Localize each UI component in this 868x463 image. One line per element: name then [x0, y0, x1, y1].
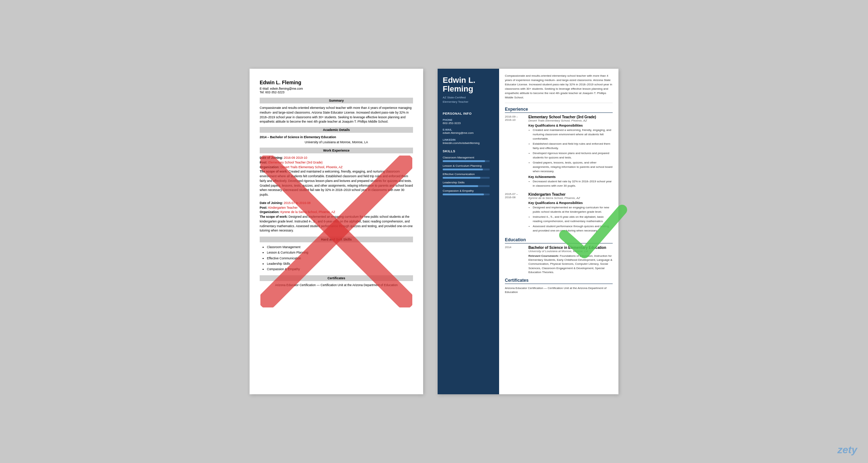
academic-header: Academic Details	[260, 127, 413, 133]
work-entry-1: Date of Joining: 2016-09 2019-10 Post: E…	[260, 156, 413, 197]
resume-sidebar: Edwin L. Fleming AZ State-CertifiedEleme…	[438, 69, 499, 394]
skill-3: Effective Communication	[438, 171, 499, 179]
linkedin-item: LinkedIn linkedin.com/in/edwinfleming	[438, 137, 499, 146]
summary-text: Compassionate and results-oriented eleme…	[260, 106, 413, 124]
sidebar-name-area: Edwin L. Fleming AZ State-CertifiedEleme…	[438, 69, 499, 109]
resume-main-content: Compassionate and results-oriented eleme…	[499, 69, 618, 394]
education-entry: 2014 – Bachelor of Science in Elementary…	[260, 135, 413, 145]
skill-1: Classroom Management	[438, 154, 499, 163]
exp2-bullets: Designed and implemented an engaging cur…	[533, 205, 613, 233]
personal-info-title: Personal Info	[438, 109, 499, 117]
left-name: Edwin L. Fleming	[260, 80, 413, 85]
sidebar-first-name: Edwin L.	[443, 76, 494, 85]
exp1-achievements: Decreased student fail rate by 32% in 20…	[533, 179, 613, 188]
education-heading: Education	[505, 237, 613, 243]
exp-entry-1: 2016-09 –2019-10 Elementary School Teach…	[505, 115, 613, 189]
email-item: E-mail edwin.fleming@me.com	[438, 127, 499, 136]
skill-4: Leadership Skills	[438, 179, 499, 188]
exp1-bullets: Created and maintained a welcoming, frie…	[533, 128, 613, 174]
cert-text: Arizona Educator Certification — Certifi…	[260, 283, 413, 287]
skills-list: Classroom Management Lesson & Curriculum…	[267, 245, 413, 272]
work-entry-2: Date of Joining: 2015-07 to 2016-08 Post…	[260, 201, 413, 233]
skill-5: Compassion & Empathy	[438, 188, 499, 196]
skills-header: Hard and Soft Skills	[260, 237, 413, 242]
experience-heading: Experience	[505, 107, 613, 113]
certificates-heading: Certificates	[505, 278, 613, 284]
work-header: Work Experience	[260, 148, 413, 153]
certs-right: Arizona Educator Certification — Certifi…	[505, 286, 613, 294]
sidebar-last-name: Fleming	[443, 85, 494, 93]
sidebar-tagline: AZ State-CertifiedElementary Teacher	[443, 95, 494, 103]
left-resume: Edwin L. Fleming E-Mail: edwin.fleming@m…	[250, 69, 423, 394]
zety-logo: zety	[838, 444, 857, 456]
certs-header: Certificates	[260, 275, 413, 281]
edu-entry-1: 2014 Bachelor of Science in Elementary E…	[505, 246, 613, 274]
summary-header: Summary	[260, 98, 413, 103]
skill-2: Lesson & Curriculum Planning	[438, 163, 499, 171]
exp-entry-2: 2015-07 –2016-08 Kindergarten Teacher Ky…	[505, 192, 613, 234]
left-email: E-Mail: edwin.fleming@me.com Tel: 602-35…	[260, 87, 413, 94]
right-resume: Edwin L. Fleming AZ State-CertifiedEleme…	[438, 69, 618, 394]
skills-title: Skills	[438, 146, 499, 154]
phone-item: Phone 602-352-3223	[438, 117, 499, 127]
right-summary: Compassionate and results-oriented eleme…	[505, 74, 613, 103]
